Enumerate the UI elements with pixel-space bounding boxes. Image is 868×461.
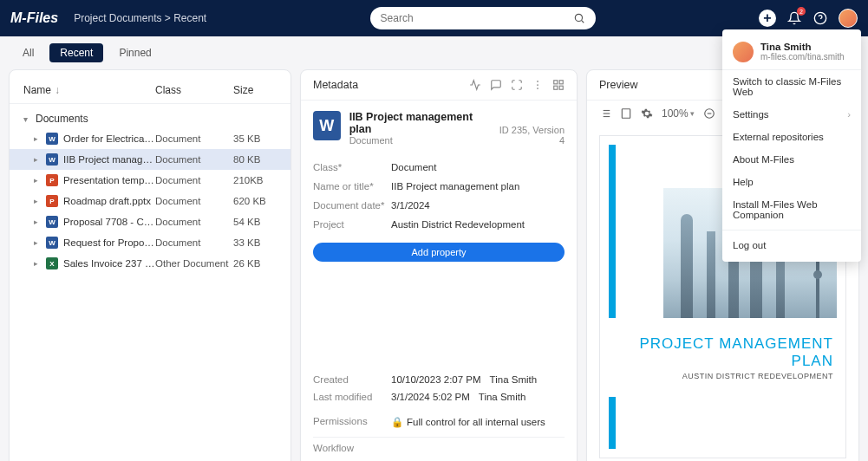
file-class: Document xyxy=(155,237,233,248)
chevron-right-icon: › xyxy=(847,109,851,120)
column-class[interactable]: Class xyxy=(155,84,233,96)
list-view-icon[interactable] xyxy=(599,107,611,120)
user-menu: Tina Smith m-files.com/tina.smith Switch… xyxy=(722,29,861,262)
tab-all[interactable]: All xyxy=(12,43,44,62)
chevron-right-icon: ▸ xyxy=(34,155,42,164)
expand-icon[interactable] xyxy=(511,79,523,91)
page-icon[interactable] xyxy=(620,107,632,120)
menu-help[interactable]: Help xyxy=(722,171,861,193)
svg-rect-8 xyxy=(559,81,563,84)
analytics-icon[interactable] xyxy=(469,79,481,91)
preview-title: Preview xyxy=(599,79,637,91)
prop-class-label: Class* xyxy=(313,162,391,172)
decorative-strip xyxy=(609,397,616,449)
file-class: Other Document xyxy=(155,258,233,269)
metadata-panel: Metadata W IIB Project management plan D… xyxy=(300,69,578,461)
search-box[interactable] xyxy=(370,7,596,29)
search-icon[interactable] xyxy=(573,12,585,24)
gear-icon[interactable] xyxy=(641,107,653,120)
menu-external[interactable]: External repositories xyxy=(722,126,861,148)
breadcrumb[interactable]: Project Documents > Recent xyxy=(74,12,206,24)
file-size: 35 KB xyxy=(233,133,277,144)
zoom-out-icon[interactable] xyxy=(703,107,715,120)
word-icon: W xyxy=(313,111,341,140)
permissions-value[interactable]: 🔒Full control for all internal users xyxy=(391,416,545,428)
list-row[interactable]: ▸WOrder for Electrical engineering.docxD… xyxy=(10,128,290,149)
list-row[interactable]: ▸PRoadmap draft.pptxDocument620 KB xyxy=(10,191,290,211)
svg-point-0 xyxy=(575,14,582,21)
list-row[interactable]: ▸XSales Invoice 237 - City of Chicago.xl… xyxy=(10,253,290,274)
menu-settings[interactable]: Settings› xyxy=(722,103,861,126)
file-class: Document xyxy=(155,133,233,144)
metadata-title: Metadata xyxy=(313,79,358,91)
chevron-down-icon[interactable]: ▾ xyxy=(690,109,695,118)
modified-label: Last modified xyxy=(313,392,391,402)
column-name[interactable]: Name↓ xyxy=(23,84,155,96)
file-name: Order for Electrical engineering.docx xyxy=(63,133,155,144)
document-list-panel: Name↓ Class Size ▾ Documents ▸WOrder for… xyxy=(9,69,291,461)
modified-date: 3/1/2024 5:02 PM xyxy=(391,392,470,402)
prop-project-value[interactable]: Austin District Redevelopment xyxy=(391,219,525,230)
preview-doc-title: PROJECT MANAGEMENT PLAN xyxy=(600,335,833,370)
prop-name-value[interactable]: IIB Project management plan xyxy=(391,181,519,192)
add-property-button[interactable]: Add property xyxy=(313,243,565,262)
file-size: 26 KB xyxy=(233,258,277,269)
file-name: Request for Proposal - HVAC Engineerin… xyxy=(63,237,155,248)
menu-about[interactable]: About M-Files xyxy=(722,148,861,171)
tab-pinned[interactable]: Pinned xyxy=(108,43,161,62)
created-date: 10/10/2023 2:07 PM xyxy=(391,374,481,385)
user-menu-sub: m-files.com/tina.smith xyxy=(760,52,845,62)
list-row[interactable]: ▸PPresentation template.pptxDocument210K… xyxy=(10,170,290,191)
svg-line-1 xyxy=(581,21,584,23)
column-size[interactable]: Size xyxy=(233,84,277,96)
svg-rect-9 xyxy=(559,86,563,89)
xls-file-icon: X xyxy=(46,257,58,269)
prop-date-value[interactable]: 3/1/2024 xyxy=(391,200,430,211)
list-row[interactable]: ▸WProposal 7708 - City of Chicago.docxDo… xyxy=(10,211,290,232)
user-menu-avatar xyxy=(733,42,754,62)
file-size: 33 KB xyxy=(233,237,277,248)
list-row[interactable]: ▸WRequest for Proposal - HVAC Engineerin… xyxy=(10,232,290,253)
svg-rect-10 xyxy=(554,86,558,89)
chevron-right-icon: ▸ xyxy=(34,218,42,226)
prop-class-value[interactable]: Document xyxy=(391,162,436,172)
decorative-strip xyxy=(609,145,616,318)
file-size: 620 KB xyxy=(233,196,277,206)
zoom-value[interactable]: 100% xyxy=(662,107,689,120)
menu-switch-classic[interactable]: Switch to classic M-Files Web xyxy=(722,70,861,103)
tab-recent[interactable]: Recent xyxy=(49,43,103,62)
logo[interactable]: M-Files xyxy=(10,10,58,26)
comments-icon[interactable] xyxy=(490,79,502,91)
chevron-right-icon: ▸ xyxy=(34,259,42,268)
document-type: Document xyxy=(349,135,488,146)
file-class: Document xyxy=(155,217,233,227)
created-by: Tina Smith xyxy=(490,374,538,385)
file-class: Document xyxy=(155,175,233,185)
notification-badge: 2 xyxy=(797,7,806,16)
document-id: ID 235, Version 4 xyxy=(496,125,565,146)
chevron-right-icon: ▸ xyxy=(34,176,42,185)
file-class: Document xyxy=(155,196,233,206)
list-row[interactable]: ▸WIIB Project management plan.docxDocume… xyxy=(10,149,290,170)
add-button[interactable]: + xyxy=(759,10,776,27)
file-size: 54 KB xyxy=(233,217,277,227)
svg-rect-17 xyxy=(622,109,630,119)
svg-point-4 xyxy=(537,81,538,82)
notifications-icon[interactable]: 2 xyxy=(786,10,802,26)
tree-root-documents[interactable]: ▾ Documents xyxy=(10,109,290,128)
search-input[interactable] xyxy=(381,12,573,24)
more-icon[interactable] xyxy=(532,79,544,91)
menu-install[interactable]: Install M-Files Web Companion xyxy=(722,193,861,226)
file-size: 80 KB xyxy=(233,154,277,165)
word-file-icon: W xyxy=(46,216,58,228)
svg-point-6 xyxy=(537,88,538,89)
file-class: Document xyxy=(155,154,233,165)
file-name: Presentation template.pptx xyxy=(63,175,155,185)
grid-icon[interactable] xyxy=(552,79,565,91)
chevron-right-icon: ▸ xyxy=(34,197,42,205)
word-file-icon: W xyxy=(46,153,58,166)
permissions-label: Permissions xyxy=(313,416,391,428)
avatar[interactable] xyxy=(839,9,858,28)
menu-logout[interactable]: Log out xyxy=(722,234,861,256)
help-icon[interactable] xyxy=(813,10,828,26)
